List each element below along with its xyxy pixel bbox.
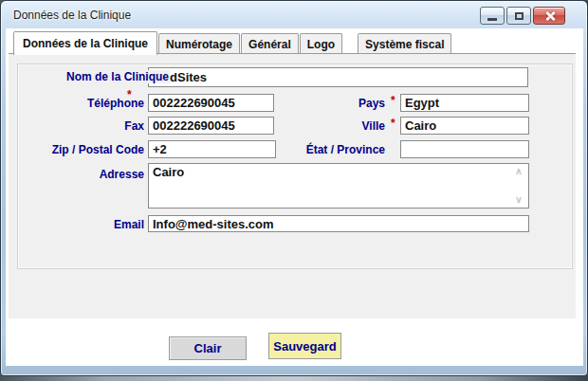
tab-systeme-fiscal[interactable]: Système fiscal: [358, 33, 451, 54]
zip-label: Zip / Postal Code: [29, 143, 145, 156]
tab-bar: Données de la CliniqueNumérotageGénéralL…: [13, 31, 452, 54]
fax-input[interactable]: [148, 117, 274, 135]
phone-label: Téléphone: [58, 97, 145, 110]
state-label: État / Province: [285, 143, 386, 156]
zip-input[interactable]: [148, 140, 276, 158]
minimize-button[interactable]: [480, 7, 505, 25]
phone-input[interactable]: [148, 94, 274, 112]
state-input[interactable]: [400, 140, 529, 158]
address-label: Adresse: [58, 168, 145, 181]
tab-general[interactable]: Général: [241, 33, 299, 54]
dialog-client-area: Données de la CliniqueNumérotageGénéralL…: [6, 28, 583, 366]
tab-donnees-clinique[interactable]: Données de la Clinique: [13, 31, 157, 55]
minimize-icon: [487, 18, 497, 21]
clinic-name-input[interactable]: [148, 67, 528, 87]
fax-label: Fax: [58, 119, 145, 133]
maximize-button[interactable]: [506, 7, 531, 25]
window-title: Données de la Clinique: [13, 9, 131, 22]
close-icon: [545, 11, 555, 21]
tab-logo[interactable]: Logo: [300, 33, 342, 54]
email-input[interactable]: [148, 215, 529, 232]
address-textarea[interactable]: Cairo: [148, 163, 529, 209]
country-input[interactable]: [400, 94, 529, 112]
phone-required-marker: *: [127, 88, 132, 101]
close-button[interactable]: [533, 7, 565, 25]
city-required-marker: *: [391, 117, 395, 130]
tab-numerotage[interactable]: Numérotage: [158, 33, 240, 54]
country-label: Pays: [314, 97, 386, 110]
scrollbar-down-icon[interactable]: ∨: [512, 195, 525, 205]
save-button[interactable]: Sauvegard: [268, 333, 341, 359]
country-required-marker: *: [391, 94, 395, 107]
clinic-name-label: Nom de la Clinique: [39, 70, 170, 83]
clear-button[interactable]: Clair: [169, 336, 247, 360]
city-input[interactable]: [400, 117, 529, 135]
email-label: Email: [58, 218, 145, 231]
scrollbar-up-icon[interactable]: ∧: [512, 167, 525, 176]
city-label: Ville: [314, 119, 386, 133]
dialog-window: Données de la Clinique Données de la Cli…: [0, 0, 588, 376]
maximize-icon: [515, 12, 524, 20]
title-bar[interactable]: Données de la Clinique: [1, 1, 587, 28]
